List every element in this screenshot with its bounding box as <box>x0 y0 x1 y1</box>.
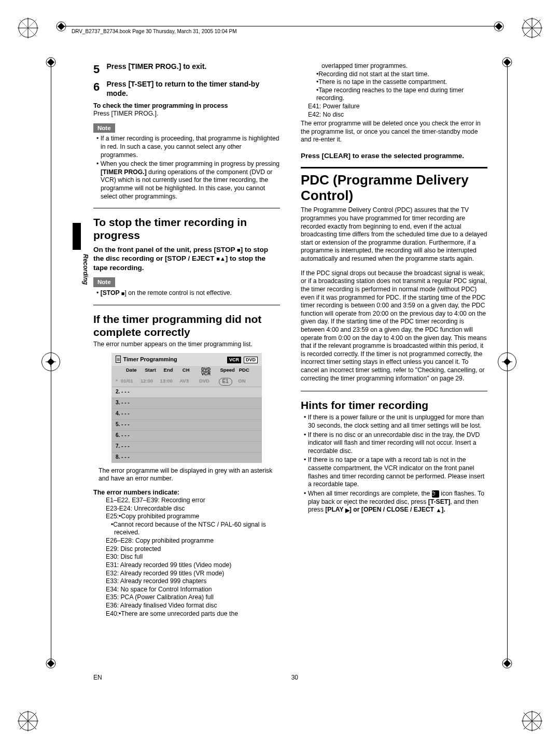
stop-recording-heading: To stop the timer recording in progress <box>93 216 280 242</box>
header-crop-bar: DRV_B2737_B2734.book Page 30 Thursday, M… <box>61 26 499 34</box>
diamond-icon <box>46 658 56 669</box>
error-code-line: E41: Power failure <box>301 103 487 111</box>
hints-list: If there is a power failure or the unit … <box>301 414 487 514</box>
svg-rect-27 <box>503 59 511 66</box>
hint-item: If there is a power failure or the unit … <box>304 414 487 430</box>
note-list: If a timer recording is proceeding, that… <box>93 135 280 201</box>
svg-rect-25 <box>47 59 54 66</box>
diamond-icon <box>502 658 512 669</box>
hints-heading: Hints for timer recording <box>301 399 487 412</box>
note-list-2: [STOP ■] on the remote control is not ef… <box>93 289 280 298</box>
stop-icon: ■ <box>237 247 241 253</box>
table-row: 3. - - - <box>111 398 262 408</box>
table-row: 6. - - - <box>111 430 262 441</box>
error-code-line: E1–E22, E37–E39: Recording error <box>93 497 280 505</box>
error-code-line: E29: Disc protected <box>93 545 280 554</box>
error-continuation: •Recording did not start at the start ti… <box>301 70 487 79</box>
hint-item: When all timer recordings are complete, … <box>304 490 487 514</box>
step-text: Press [TIMER PROG.] to exit. <box>106 62 277 72</box>
error-code-line: E31: Already recorded 99 titles (Video m… <box>93 561 280 570</box>
hint-item: If there is no tape or a tape with a rec… <box>304 456 487 488</box>
error-code-line: E32: Already recorded 99 titles (VR mode… <box>93 570 280 578</box>
section-side-label: Recording <box>82 254 89 285</box>
error-code-line: E36: Already finalised Video format disc <box>93 602 280 610</box>
error-code-line: E34: No space for Control Information <box>93 586 280 594</box>
svg-rect-21 <box>58 23 65 30</box>
error-continuation: overlapped timer programmes. <box>301 62 487 70</box>
pdc-paragraph-2: If the PDC signal drops out because the … <box>301 270 487 383</box>
error-continuation: •There is no tape in the cassette compar… <box>301 78 487 87</box>
vcr-badge: VCR <box>227 357 241 364</box>
diamond-icon <box>494 21 504 34</box>
error-caption: The error programme will be displayed in… <box>93 467 280 483</box>
stop-icon: ■ <box>121 290 125 296</box>
check-timer-text: Press [TIMER PROG.]. <box>93 110 280 118</box>
pdc-paragraph-1: The Programme Delivery Control (PDC) ass… <box>301 206 487 263</box>
step-6: 6 Press [T-SET] to return to the timer s… <box>93 80 280 98</box>
error-code-line: E42: No disc <box>301 111 487 119</box>
eject-icon: ▲ <box>436 507 441 513</box>
note-item: When you check the timer programming in … <box>96 160 280 201</box>
reg-mark-icon <box>521 710 543 732</box>
section-tab <box>73 223 81 250</box>
error-code-line: E40:•There are some unrecorded parts due… <box>93 610 280 618</box>
play-icon: ▶ <box>345 507 349 513</box>
error-code-line: E23-E24: Unrecordable disc <box>93 505 280 513</box>
right-column: overlapped timer programmes. •Recording … <box>301 62 487 618</box>
footer-lang: EN <box>93 674 102 681</box>
table-row: 7. - - - <box>111 441 262 452</box>
header-crop-text: DRV_B2737_B2734.book Page 30 Thursday, M… <box>61 26 237 34</box>
table-row: 5. - - - <box>111 419 262 430</box>
note-label: Note <box>93 123 115 133</box>
diamond-icon <box>502 57 512 67</box>
timer-programming-table: ≡Timer Programming VCR DVD Date Start En… <box>111 353 262 463</box>
step-number: 6 <box>93 80 105 94</box>
check-timer-heading: To check the timer programming in proces… <box>93 102 280 110</box>
manual-page: /*noop*/ DRV_B2737_B2734.book Page 30 Th… <box>0 0 560 749</box>
svg-rect-31 <box>503 660 511 667</box>
step-text: Press [T-SET] to return to the timer sta… <box>106 80 277 98</box>
svg-rect-23 <box>495 23 502 30</box>
diamond-icon <box>46 57 56 67</box>
reg-mark-icon <box>521 17 543 39</box>
stop-eject-icon: ■▲ <box>216 256 226 262</box>
table-row: * 01/01 12:00 13:00 AV3 DVD E1 ON <box>111 377 262 387</box>
clear-instruction: Press [CLEAR] to erase the selected prog… <box>301 151 487 161</box>
error-code-line: E35: PCA (Power Calibration Area) full <box>93 593 280 602</box>
diamond-icon <box>56 21 66 32</box>
error-code-line: E26–E28: Copy prohibited programme <box>93 537 280 545</box>
table-row: 2. - - - <box>111 387 262 398</box>
error-paragraph: The error programme will be deleted once… <box>301 120 487 144</box>
error-code-line: •Cannot record because of the NTSC / PAL… <box>93 521 280 537</box>
table-title-row: ≡Timer Programming VCR DVD <box>111 353 262 366</box>
step-5: 5 Press [TIMER PROG.] to exit. <box>93 62 280 77</box>
svg-rect-29 <box>47 660 54 667</box>
stop-recording-instruction: On the front panel of the unit, press [S… <box>93 245 280 273</box>
error-numbers-title: The error numbers indicate: <box>93 488 280 497</box>
timer-icon: ⏱ <box>432 490 439 498</box>
note-label: Note <box>93 277 115 287</box>
footer-page-number: 30 <box>93 674 487 681</box>
error-continuation: •Tape recording reaches to the tape end … <box>301 87 487 103</box>
error-code-line: E33: Already recorded 999 chapters <box>93 577 280 586</box>
target-icon <box>498 352 516 371</box>
note-item: If a timer recording is proceeding, that… <box>96 135 280 159</box>
table-row: 4. - - - <box>111 408 262 419</box>
error-heading: If the timer programming did not complet… <box>93 313 280 338</box>
hint-item: If there is no disc or an unrecordable d… <box>304 431 487 456</box>
error-code-line: E25:•Copy prohibited programme <box>93 513 280 521</box>
note-item: [STOP ■] on the remote control is not ef… <box>96 289 280 298</box>
reg-mark-icon: /*noop*/ <box>17 17 39 39</box>
error-intro: The error number appears on the timer pr… <box>93 341 280 349</box>
left-column: 5 Press [TIMER PROG.] to exit. 6 Press [… <box>93 62 280 618</box>
table-row: 8. - - - <box>111 452 262 463</box>
error-code-line: E30: Disc full <box>93 553 280 561</box>
dvd-badge: DVD <box>244 357 258 364</box>
reg-mark-icon <box>17 710 39 732</box>
table-header-row: Date Start End CH DVDVCR Speed PDC <box>111 366 262 377</box>
target-icon <box>41 352 60 371</box>
pdc-heading: PDC (Programme Delivery Control) <box>301 173 487 204</box>
page-footer: EN 30 <box>93 674 487 681</box>
step-number: 5 <box>93 62 105 77</box>
